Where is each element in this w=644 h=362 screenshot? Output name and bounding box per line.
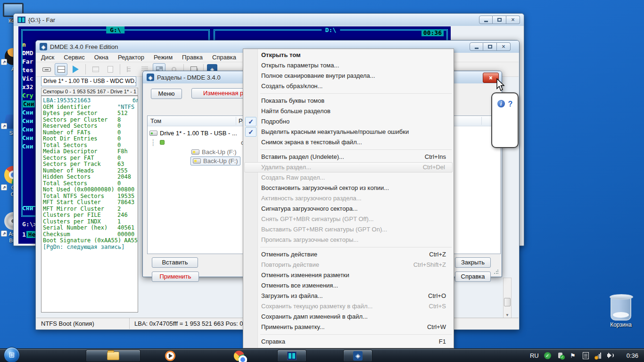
context-menu-item[interactable]: Показать буквы томов	[243, 96, 454, 106]
menu-service[interactable]: Сервис	[59, 54, 90, 61]
boot-line: Bytes per Sector512	[43, 110, 138, 116]
far-file[interactable]: x32	[22, 83, 35, 91]
context-menu-item[interactable]: СправкаF1	[243, 337, 454, 347]
boot-line: Not Used (0x00800080)00800	[43, 186, 138, 193]
table-row-drive[interactable]: Drive 1* - 1.00 TB - USB - ...	[149, 128, 237, 138]
minimize-button[interactable]	[470, 42, 483, 51]
vertical-scrollbar[interactable]: ▼	[503, 278, 512, 319]
context-menu-item[interactable]: Вставить раздел (Undelete)...Ctrl+Ins	[243, 152, 454, 162]
maximize-button[interactable]	[493, 16, 506, 24]
language-indicator[interactable]: RU	[530, 352, 539, 359]
context-menu-item[interactable]: Восстановить загрузочный сектор из копии…	[243, 183, 454, 193]
boot-line: Root Dir Entries0	[43, 135, 138, 142]
context-menu-item[interactable]: Повторить действиеCtrl+Shift+Z	[243, 260, 454, 270]
network-icon[interactable]	[594, 352, 603, 359]
context-menu-item[interactable]: Сохранить текущую разметку в файл...Ctrl…	[243, 301, 454, 312]
table-row-backup[interactable]: Back-Up (F:)	[191, 147, 237, 156]
context-menu-item[interactable]: Снять GPT+MBR сигнатуры (GPT Off)...	[243, 214, 454, 224]
far-file[interactable]: Vic	[22, 74, 35, 83]
context-menu-item[interactable]: Сигнатура загрузочного сектора...	[243, 204, 454, 214]
scheduler-tray-icon[interactable]	[582, 352, 590, 359]
far-file-list[interactable]: n DMD Far tes Vic x32 Cry Сни Сни Сни Сн…	[22, 41, 35, 151]
far-file[interactable]: Сни	[22, 142, 35, 151]
table-row-backup-selected[interactable]: Back-Up (F:)	[190, 156, 240, 165]
antivirus-tray-icon[interactable]: ✓	[544, 352, 552, 359]
shortcut-arrow-icon: ↗	[1, 59, 7, 65]
far-file-cursor[interactable]: Сни	[22, 100, 35, 108]
far-file[interactable]: Сни	[22, 134, 35, 142]
far-file[interactable]: Сни	[22, 125, 35, 134]
context-menu-item[interactable]: Выставить GPT+MBR сигнатуры (GPT On)...	[243, 224, 454, 235]
tray-clock[interactable]: 0:36	[627, 352, 638, 359]
table-row-free[interactable]: ┆ сво	[151, 138, 165, 147]
context-menu-item[interactable]: Открыть параметры тома...	[243, 60, 454, 71]
tree-view-button[interactable]	[124, 63, 136, 75]
context-menu-item[interactable]: Отменить все изменения...	[243, 280, 454, 291]
run-scan-button[interactable]	[69, 63, 82, 75]
start-button[interactable]: ⊞	[4, 347, 20, 362]
continue-button[interactable]	[89, 63, 102, 75]
maximize-button[interactable]	[483, 42, 497, 51]
close-button[interactable]: ×	[497, 42, 511, 51]
context-menu-item[interactable]: Загрузить из файла...Ctrl+O	[243, 291, 454, 301]
minimize-button[interactable]	[479, 16, 493, 24]
context-menu-item-hovered[interactable]: Удалить раздел...Ctrl+Del	[244, 162, 453, 173]
far-file[interactable]: Cry	[22, 91, 35, 100]
status-structure: NTFS Boot (Копия)	[36, 318, 130, 329]
menu-help[interactable]: Справка	[207, 54, 241, 61]
taskbar-explorer-button[interactable]	[86, 350, 140, 362]
context-menu-item[interactable]: ✓Выделить красным неактуальные/прошлые о…	[243, 127, 454, 137]
close-dialog-button[interactable]: Закрыть	[455, 257, 491, 268]
context-menu-item[interactable]: Открыть том	[243, 50, 454, 60]
context-menu-item[interactable]: Отменить изменения разметки	[243, 270, 454, 280]
far-file[interactable]: Far	[22, 58, 35, 66]
usb-tray-icon[interactable]	[556, 352, 564, 359]
context-menu-item[interactable]: Создать образ/клон...	[243, 81, 454, 91]
desktop: Ком ↗ A ↗ SM ↗ G Cl ↗ Ash Bur Корзина {G…	[0, 0, 644, 362]
column-volume[interactable]: Том	[148, 117, 161, 124]
context-menu-item[interactable]: Прописать загрузочные секторы...	[243, 235, 454, 245]
far-file[interactable]: DMD	[22, 49, 35, 58]
context-menu-item[interactable]: Полное сканирование внутри раздела...	[243, 71, 454, 81]
far-file[interactable]: Сни	[22, 108, 35, 117]
taskbar-far-button[interactable]	[277, 350, 306, 362]
menu-mode[interactable]: Режим	[149, 54, 177, 61]
context-menu-item[interactable]: Применить разметку...Ctrl+W	[243, 322, 454, 332]
action-center-icon[interactable]: ⚑	[569, 352, 577, 359]
context-menu-item[interactable]: Активность загрузочного раздела...	[243, 193, 454, 204]
menu-editor[interactable]: Редактор	[113, 54, 149, 61]
drive-selector-combo[interactable]: Drive 1* - 1.00 TB - USB - WDC WD...	[41, 76, 136, 86]
volume-icon[interactable]	[607, 352, 615, 359]
taskbar-mediaplayer-button[interactable]	[162, 350, 178, 362]
editor-button[interactable]	[104, 63, 116, 75]
context-menu-item[interactable]: Найти больше разделов	[243, 106, 454, 116]
context-menu-item[interactable]: Сохранить дамп изменений в файл...	[243, 312, 454, 322]
boot-sector-panel[interactable]: LBA:1953521663блок: OEM identifier"NTFS …	[41, 96, 138, 313]
boot-line: Clusters per INDX1	[43, 218, 138, 225]
insert-button[interactable]: Вставить	[152, 257, 198, 268]
close-button[interactable]: ×	[506, 16, 520, 24]
context-menu-item[interactable]: ✓Подробно	[243, 116, 454, 127]
mouse-cursor	[496, 78, 505, 91]
far-file[interactable]: Сни	[22, 117, 35, 125]
taskbar-chrome-button[interactable]	[231, 350, 247, 362]
scrollbar-thumb[interactable]	[504, 298, 511, 306]
context-menu-item[interactable]: Отменить действиеCtrl+Z	[243, 249, 454, 260]
far-titlebar[interactable]: {G:\} - Far ×	[14, 14, 524, 26]
menu-button[interactable]: Меню	[151, 89, 182, 99]
panels-view-button[interactable]	[55, 63, 67, 75]
apply-button[interactable]: Применить	[152, 272, 199, 282]
far-file[interactable]: tes	[22, 66, 35, 74]
desktop-icon-recycle-bin[interactable]: Корзина	[604, 296, 637, 328]
resize-grip[interactable]	[494, 270, 498, 274]
sectors-tab[interactable]: Секторы 0 - 1 953 525 167 - Drive 1* - 1	[41, 88, 138, 96]
menu-edit[interactable]: Правка	[177, 54, 207, 61]
menu-disk[interactable]: Диск	[36, 54, 59, 61]
menu-windows[interactable]: Окна	[90, 54, 113, 61]
context-menu-item[interactable]: Создать Raw раздел...	[243, 173, 454, 183]
context-menu-item[interactable]: Снимок экрана в текстовый файл...	[243, 137, 454, 148]
help-button[interactable]: Справка	[455, 272, 491, 282]
open-disk-button[interactable]	[40, 63, 53, 75]
taskbar-dmde-button[interactable]: ◈	[343, 350, 372, 362]
far-command-prompt[interactable]: G:\>	[22, 221, 37, 228]
